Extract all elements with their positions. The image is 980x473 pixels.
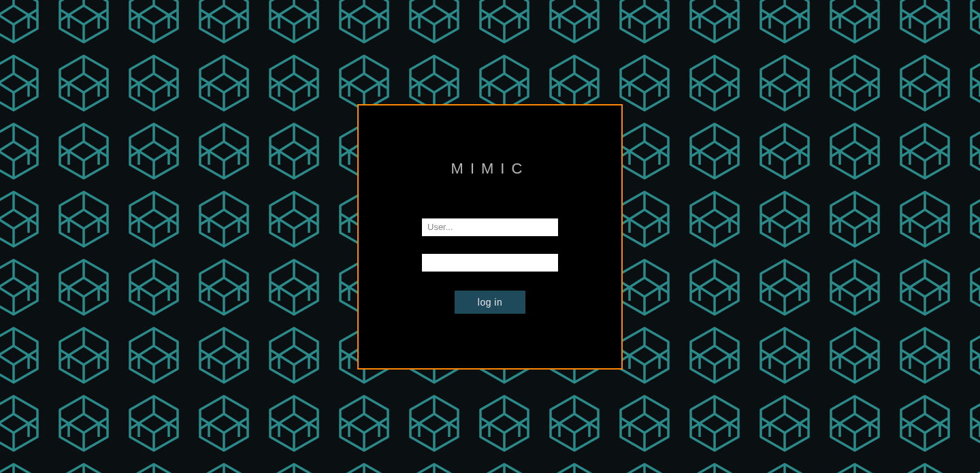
brand-title: MIMIC xyxy=(451,160,529,178)
login-card: MIMIC log in xyxy=(357,104,623,370)
login-button[interactable]: log in xyxy=(455,291,525,314)
username-input[interactable] xyxy=(422,218,558,236)
login-form: log in xyxy=(422,218,558,314)
password-input[interactable] xyxy=(422,254,558,272)
